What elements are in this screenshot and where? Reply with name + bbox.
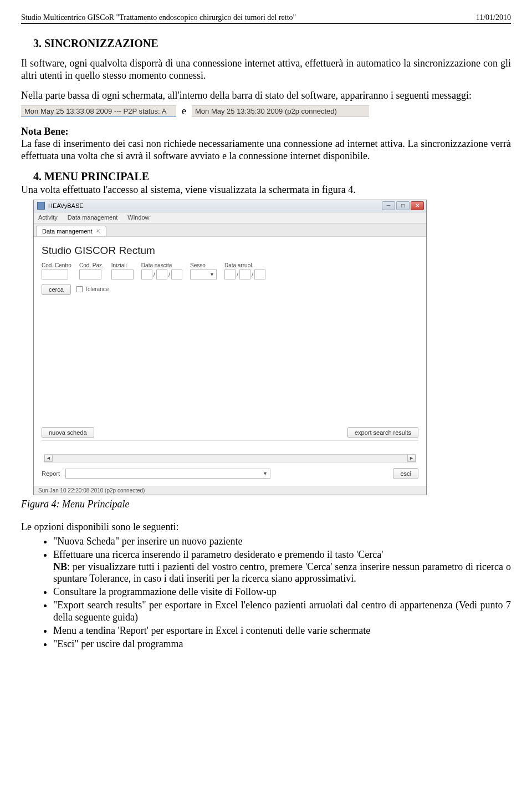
status-msg-1: Mon May 25 13:33:08 2009 --- P2P status:… xyxy=(21,105,176,117)
dn-day[interactable] xyxy=(141,270,152,279)
report-row: Report ▼ esci xyxy=(42,465,418,482)
chevron-down-icon: ▼ xyxy=(209,272,214,277)
export-results-button[interactable]: export search results xyxy=(347,427,418,438)
bullet-report: Menu a tendina 'Report' per esportare in… xyxy=(53,625,511,637)
doc-header: Studio Multicentrico GISCoR "Trattamento… xyxy=(21,13,511,24)
doc-header-left: Studio Multicentrico GISCoR "Trattamento… xyxy=(21,13,296,22)
status-messages-row: Mon May 25 13:33:08 2009 --- P2P status:… xyxy=(21,105,511,117)
section-3-title: 3. SINCRONIZZAZIONE xyxy=(33,37,511,50)
app-title: HEAVyBASE xyxy=(48,202,84,209)
bullet-export: "Export search results" per esportare in… xyxy=(53,599,511,624)
minimize-button[interactable]: ─ xyxy=(382,201,395,210)
close-icon[interactable]: ✕ xyxy=(96,228,100,234)
dn-year[interactable] xyxy=(171,270,182,279)
maximize-button[interactable]: □ xyxy=(396,201,410,210)
section-3-p1: Il software, ogni qualvolta disporrà di … xyxy=(21,58,511,82)
bullet-esci: "Esci" per uscire dal programma xyxy=(53,638,511,650)
report-label: Report xyxy=(42,470,60,477)
doc-header-right: 11/01/2010 xyxy=(476,13,511,22)
nota-bene-label: Nota Bene: xyxy=(21,126,68,137)
menu-activity[interactable]: Activity xyxy=(38,214,58,221)
titlebar[interactable]: HEAVyBASE ─ □ ✕ xyxy=(34,200,426,212)
scroll-area: ◄ ► xyxy=(42,440,418,465)
input-data-arruol[interactable]: / / xyxy=(224,270,265,279)
menu-window[interactable]: Window xyxy=(127,214,149,221)
report-select[interactable]: ▼ xyxy=(65,469,270,479)
scroll-left-button[interactable]: ◄ xyxy=(44,455,53,462)
label-cod-paz: Cod. Paz. xyxy=(79,262,104,268)
da-month[interactable] xyxy=(239,270,250,279)
field-sesso: Sesso ▼ xyxy=(190,262,217,279)
options-list: "Nuova Scheda" per inserire un nuovo paz… xyxy=(21,536,511,651)
checkbox-box[interactable] xyxy=(76,286,83,292)
tab-label: Data management xyxy=(42,228,93,235)
input-iniziali[interactable] xyxy=(111,270,134,279)
tab-data-management[interactable]: Data management ✕ xyxy=(36,226,106,236)
section-4-intro: Una volta effettuato l'accesso al sistem… xyxy=(21,184,511,196)
figure-4-caption: Figura 4: Menu Principale xyxy=(21,499,511,510)
bullet-followup: Consultare la programmazione delle visit… xyxy=(53,586,511,598)
bottom-buttons-row: nuova scheda export search results xyxy=(42,425,418,440)
label-data-arruol: Data arruol. xyxy=(224,262,265,268)
esci-button[interactable]: esci xyxy=(393,468,418,479)
tab-bar: Data management ✕ xyxy=(34,223,426,237)
nota-bene-block: Nota Bene: La fase di inserimento dei ca… xyxy=(21,126,511,162)
menu-data-management[interactable]: Data management xyxy=(68,214,118,221)
section-4-title: 4. MENU PRINCIPALE xyxy=(33,170,511,183)
bullet-ricerca: Effettuare una ricerca inserendo il para… xyxy=(53,549,511,586)
search-fields-row: Cod. Centro Cod. Paz. Iniziali Data nasc… xyxy=(42,262,418,279)
tolerance-checkbox[interactable]: Tolerance xyxy=(76,286,109,292)
field-iniziali: Iniziali xyxy=(111,262,134,279)
close-button[interactable]: ✕ xyxy=(411,201,424,210)
scroll-right-button[interactable]: ► xyxy=(407,455,416,462)
app-window: HEAVyBASE ─ □ ✕ Activity Data management… xyxy=(33,200,427,495)
cerca-button[interactable]: cerca xyxy=(42,284,71,295)
input-cod-centro[interactable] xyxy=(42,270,68,279)
app-icon xyxy=(37,202,45,210)
search-action-row: cerca Tolerance xyxy=(42,284,418,295)
horizontal-scrollbar[interactable]: ◄ ► xyxy=(44,454,416,462)
da-year[interactable] xyxy=(254,270,265,279)
window-buttons: ─ □ ✕ xyxy=(382,201,424,210)
section-3-p2: Nella parte bassa di ogni schermata, all… xyxy=(21,90,511,102)
field-data-arruol: Data arruol. / / xyxy=(224,262,265,279)
bullet-nuova-scheda: "Nuova Scheda" per inserire un nuovo paz… xyxy=(53,536,511,548)
label-cod-centro: Cod. Centro xyxy=(42,262,71,268)
label-data-nascita: Data nascita xyxy=(141,262,182,268)
results-area xyxy=(42,297,418,425)
status-separator-e: e xyxy=(182,105,186,117)
study-title: Studio GISCOR Rectum xyxy=(42,245,418,257)
menu-bar: Activity Data management Window xyxy=(34,212,426,223)
label-iniziali: Iniziali xyxy=(111,262,134,268)
app-content: Studio GISCOR Rectum Cod. Centro Cod. Pa… xyxy=(34,237,426,486)
app-statusbar: Sun Jan 10 22:20:08 2010 (p2p connected) xyxy=(34,486,426,495)
tolerance-label: Tolerance xyxy=(85,286,109,292)
figure-4-wrapper: HEAVyBASE ─ □ ✕ Activity Data management… xyxy=(33,200,511,495)
input-cod-paz[interactable] xyxy=(79,270,101,279)
label-sesso: Sesso xyxy=(190,262,217,268)
field-cod-paz: Cod. Paz. xyxy=(79,262,104,279)
options-intro: Le opzioni disponibili sono le seguenti: xyxy=(21,521,511,533)
input-data-nascita[interactable]: / / xyxy=(141,270,182,279)
select-sesso[interactable]: ▼ xyxy=(190,270,217,279)
chevron-down-icon: ▼ xyxy=(263,471,268,476)
status-msg-2: Mon May 25 13:35:30 2009 (p2p connected) xyxy=(192,105,369,117)
field-cod-centro: Cod. Centro xyxy=(42,262,71,279)
nuova-scheda-button[interactable]: nuova scheda xyxy=(42,427,94,438)
dn-month[interactable] xyxy=(156,270,167,279)
nota-bene-text: La fase di inserimento dei casi non rich… xyxy=(21,138,511,161)
field-data-nascita: Data nascita / / xyxy=(141,262,182,279)
da-day[interactable] xyxy=(224,270,236,279)
